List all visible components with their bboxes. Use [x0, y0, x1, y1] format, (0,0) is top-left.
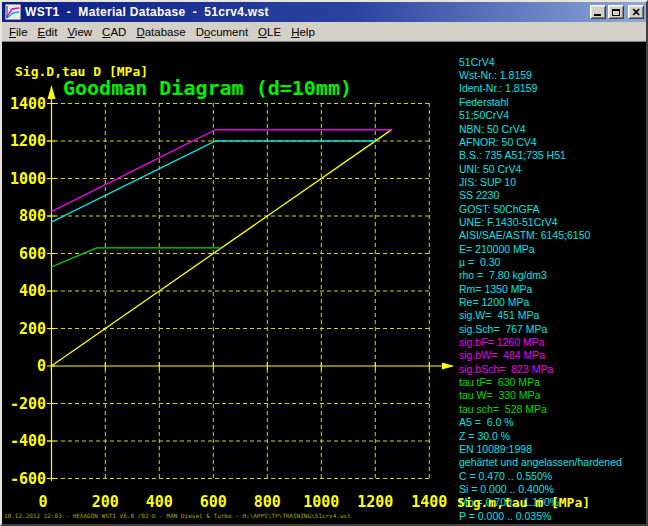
menu-item-document[interactable]: Document [191, 24, 253, 40]
y-tick-label: 600 [19, 245, 46, 263]
material-property-line: tau tF= 630 MPa [459, 376, 540, 389]
material-property-line: JIS: SUP 10 [459, 176, 516, 189]
series-line-mean-stress-line [51, 129, 392, 366]
menu-item-cad[interactable]: CAD [97, 24, 131, 40]
material-property-line: Federstahl [459, 96, 509, 109]
material-property-line: GOST: 50ChGFA [459, 203, 540, 216]
material-property-line: rho = 7.80 kg/dm3 [459, 269, 547, 282]
status-bar: 10.12.2012 12:03 - HEXAGON WST1 V6.0 /02… [4, 512, 351, 519]
menu-item-help[interactable]: Help [286, 24, 320, 40]
material-property-line: E= 210000 MPa [459, 243, 535, 256]
material-property-line: Rm= 1350 MPa [459, 283, 532, 296]
y-tick-label: 1200 [10, 132, 46, 150]
close-button[interactable]: ✕ [628, 5, 644, 19]
menu-item-edit[interactable]: Edit [33, 24, 63, 40]
application-window: WST1 - Material Database - 51crv4.wst ✕ … [0, 0, 648, 526]
y-tick-label: 0 [37, 357, 46, 375]
material-property-line: Ident-Nr.: 1.8159 [459, 82, 537, 95]
series-line-sig-tension-limit [51, 141, 375, 222]
y-tick-label: -600 [10, 470, 46, 488]
minimize-button[interactable] [590, 5, 606, 19]
x-tick-label: 600 [200, 493, 227, 511]
material-property-line: AFNOR: 50 CV4 [459, 136, 537, 149]
x-tick-label: 800 [254, 493, 281, 511]
chart-client-area: 51CrV4Wst-Nr.: 1.8159Ident-Nr.: 1.8159Fe… [2, 42, 646, 524]
material-property-line: sig.W= 451 MPa [459, 309, 539, 322]
x-tick-label: 1200 [357, 493, 393, 511]
x-axis-arrow-icon [442, 363, 455, 370]
maximize-icon [612, 9, 620, 16]
minimize-icon [594, 14, 601, 16]
material-property-line: AISI/SAE/ASTM: 6145;6150 [459, 229, 590, 242]
material-property-line: Wst-Nr.: 1.8159 [459, 69, 532, 82]
maximize-button[interactable] [608, 5, 624, 19]
material-property-line: UNE: F.1430-51CrV4 [459, 216, 558, 229]
goodman-diagram-chart: 1400120010008006004002000-200-400-600020… [2, 42, 646, 524]
menu-bar: FileEditViewCADDatabaseDocumentOLEHelp [2, 22, 646, 42]
window-buttons: ✕ [590, 5, 644, 19]
material-property-line: tau W= 330 MPa [459, 389, 540, 402]
title-bar[interactable]: WST1 - Material Database - 51crv4.wst ✕ [2, 2, 646, 22]
y-axis-label: Sig.D,tau D [MPa] [15, 64, 148, 79]
material-property-line: 51;50CrV4 [459, 109, 509, 122]
y-tick-label: 800 [19, 207, 46, 225]
chart-title: Goodman Diagram (d=10mm) [63, 76, 352, 100]
series-line-tau-torsion-limit [51, 248, 221, 267]
close-icon: ✕ [631, 7, 640, 18]
y-tick-label: 400 [19, 282, 46, 300]
menu-item-database[interactable]: Database [131, 24, 190, 40]
material-property-line: SS 2230 [459, 189, 499, 202]
material-property-line: EN 10089:1998 [459, 443, 532, 456]
x-tick-label: 1000 [303, 493, 339, 511]
y-tick-label: 1000 [10, 170, 46, 188]
x-tick-label: 200 [92, 493, 119, 511]
material-property-line: tau sch= 528 MPa [459, 403, 547, 416]
material-property-line: gehärtet und angelassen/hardened [459, 456, 622, 469]
material-property-line: sig.bW= 484 MPa [459, 349, 545, 362]
material-property-line: µ = 0.30 [459, 256, 500, 269]
menu-item-ole[interactable]: OLE [253, 24, 286, 40]
menu-item-view[interactable]: View [62, 24, 97, 40]
material-property-line: Mn = 0.700 .. 1.100% [459, 496, 559, 509]
material-property-line: Re= 1200 MPa [459, 296, 529, 309]
y-tick-label: -400 [10, 432, 46, 450]
window-title: WST1 - Material Database - 51crv4.wst [25, 5, 269, 19]
series-line-sig-bending-limit [51, 130, 392, 212]
menu-item-file[interactable]: File [4, 24, 33, 40]
y-axis-arrow-icon [48, 85, 56, 99]
material-property-line: UNI: 50 CrV4 [459, 163, 521, 176]
x-tick-label: 1400 [411, 493, 447, 511]
material-property-line: 51CrV4 [459, 56, 495, 69]
material-property-line: C = 0.470 .. 0.550% [459, 470, 552, 483]
y-tick-label: 200 [19, 320, 46, 338]
material-property-line: A5 = 6.0 % [459, 416, 514, 429]
y-tick-label: 1400 [10, 95, 46, 113]
material-property-line: Si = 0.000 .. 0.400% [459, 483, 554, 496]
material-property-line: sig.bSch= 823 MPa [459, 363, 553, 376]
x-tick-label: 400 [146, 493, 173, 511]
material-property-line: Z = 30.0 % [459, 430, 510, 443]
material-property-line: B.S.: 735 A51;735 H51 [459, 149, 566, 162]
y-tick-label: -200 [10, 395, 46, 413]
app-icon[interactable] [5, 4, 21, 20]
material-property-line: sig.bF= 1260 MPa [459, 336, 545, 349]
material-property-line: NBN: 50 CrV4 [459, 123, 526, 136]
material-property-line: sig.Sch= 767 MPa [459, 323, 547, 336]
x-tick-label: 0 [38, 493, 47, 511]
material-property-line: P = 0.000 .. 0.035% [459, 510, 551, 523]
